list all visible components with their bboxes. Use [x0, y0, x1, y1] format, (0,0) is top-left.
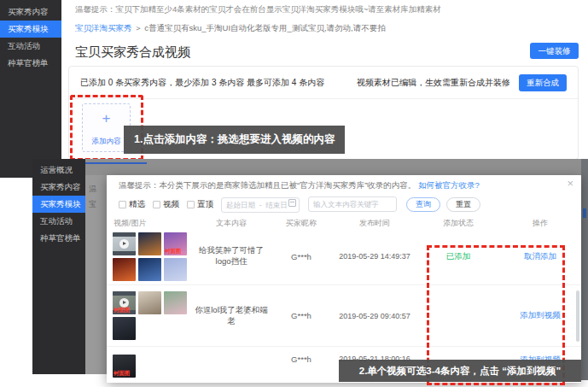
- reset-button[interactable]: 重置: [446, 197, 480, 212]
- breadcrumb: 宝贝洋淘买家秀 ＞ c普通宝贝有sku_手淘UI自动化老版专用_测试宝贝,请勿动…: [75, 23, 386, 34]
- close-icon[interactable]: ×: [567, 178, 573, 189]
- filter-video[interactable]: 视频: [153, 199, 179, 210]
- content-picker-modal: × 温馨提示：本分类下展示的是商家筛选加精且已被“官方洋淘买家秀库”收录的内容。…: [107, 175, 581, 383]
- row-publish-time: 2019-05-29 09:40:57: [332, 312, 417, 320]
- w2-sidebar-item-buyer-show-module[interactable]: 买家秀模块: [32, 196, 85, 213]
- image-thumbnail[interactable]: [113, 317, 136, 340]
- image-thumbnail[interactable]: [113, 258, 136, 281]
- page-title: 宝贝买家秀合成视频: [75, 44, 190, 61]
- card-header: 已添加 0 条买家秀内容，最少添加 3 条内容 最多可添加 4 条内容 视频素材…: [69, 67, 578, 99]
- cover-badge: 封面图: [114, 308, 130, 314]
- w1-sidebar: 买家秀内容 买家秀模块 互动活动 种草官榜单: [0, 0, 61, 178]
- w2-ghost-text: 温: [89, 184, 96, 195]
- modal-scrollbar[interactable]: [576, 290, 579, 342]
- tutorial-tooltip-1: 1.点击添加内容：挑选想要进入视频的内容: [124, 126, 345, 154]
- w2-sidebar: 运营概况 买家秀内容 买家秀模块 互动活动 种草官榜单: [32, 159, 85, 374]
- filter-featured-label: 精选: [129, 199, 145, 210]
- w2-dimmed-right-strip: [581, 159, 588, 380]
- row-text: 给我笑肿了可惜了logo挡住: [192, 245, 271, 267]
- row-nickname: G***h: [271, 252, 332, 261]
- calendar-icon: [288, 199, 296, 207]
- sidebar-item-buyer-show-module[interactable]: 买家秀模块: [0, 21, 61, 38]
- checkbox-icon[interactable]: [187, 201, 195, 208]
- how-to-be-included-link[interactable]: 如何被官方收录?: [418, 180, 480, 190]
- image-thumbnail[interactable]: [138, 291, 161, 314]
- cover-badge: 封面图: [114, 372, 130, 377]
- w2-active-tab-underline: [85, 162, 147, 164]
- video-thumbnail[interactable]: 封面图: [113, 291, 136, 314]
- thumbnail-grid: 封面图: [113, 232, 189, 281]
- image-thumbnail[interactable]: [164, 291, 187, 314]
- breadcrumb-link[interactable]: 宝贝洋淘买家秀: [75, 23, 132, 32]
- filter-pinned[interactable]: 置顶: [187, 199, 213, 210]
- one-key-decorate-button[interactable]: 一键装修: [530, 43, 579, 59]
- row-text: [192, 347, 271, 355]
- w2-dimmed-blue-mark: [583, 208, 586, 218]
- cover-badge: 封面图: [165, 249, 181, 254]
- video-thumbnail[interactable]: [113, 232, 136, 255]
- image-thumbnail[interactable]: [164, 258, 187, 281]
- image-thumbnail[interactable]: 封面图: [164, 232, 187, 255]
- keyword-search-input[interactable]: [308, 196, 397, 212]
- image-thumbnail[interactable]: [138, 232, 161, 255]
- w2-sidebar-item-interactive-activity[interactable]: 互动活动: [32, 213, 85, 230]
- row-publish-time: 2019-05-29 14:49:37: [332, 252, 417, 261]
- modal-tip: 温馨提示：本分类下展示的是商家筛选加精且已被“官方洋淘买家秀库”收录的内容。 如…: [119, 180, 480, 191]
- sidebar-item-grass-ranking[interactable]: 种草官榜单: [0, 55, 61, 72]
- filter-featured[interactable]: 精选: [119, 199, 145, 210]
- w2-sidebar-item-buyer-show-content[interactable]: 买家秀内容: [32, 179, 85, 196]
- modal-tip-text: 温馨提示：本分类下展示的是商家筛选加精且已被“官方洋淘买家秀库”收录的内容。: [119, 180, 416, 190]
- w2-dimmed-header: [85, 159, 588, 175]
- thumbnail-grid: 封面图: [113, 355, 189, 378]
- thumbnail-grid: 封面图: [113, 291, 189, 340]
- sidebar-item-interactive-activity[interactable]: 互动活动: [0, 38, 61, 55]
- filter-video-label: 视频: [163, 199, 179, 210]
- sidebar-item-buyer-show-content[interactable]: 买家秀内容: [0, 3, 61, 21]
- play-icon: [119, 298, 129, 308]
- filter-pinned-label: 置顶: [197, 199, 213, 210]
- breadcrumb-separator: ＞: [134, 23, 143, 32]
- row-nickname: G***h: [271, 311, 332, 320]
- w2-ghost-text: 宝: [89, 199, 96, 210]
- regenerate-button[interactable]: 重新合成: [519, 74, 567, 91]
- tutorial-tooltip-2: 2.单个视频可选3-4条内容，点击 “添加到视频”: [339, 360, 581, 382]
- breadcrumb-current: c普通宝贝有sku_手淘UI自动化老版专用_测试宝贝,请勿动,请不要拍: [144, 23, 385, 32]
- filter-toolbar: 精选 视频 置顶 查询 重置: [119, 196, 486, 212]
- play-icon: [119, 239, 129, 249]
- added-count-text: 已添加 0 条买家秀内容，最少添加 3 条内容 最多可添加 4 条内容: [80, 77, 324, 89]
- row-nickname: G***h: [271, 347, 332, 364]
- image-thumbnail[interactable]: [138, 258, 161, 281]
- w1-warm-tip: 温馨提示：宝贝下加精至少4条素材的宝贝才会在前台显示宝贝洋淘买家秀模块哦~请至素…: [75, 4, 441, 15]
- image-thumbnail[interactable]: 封面图: [113, 355, 136, 378]
- regen-hint-text: 视频素材已编辑，生效需重新合成并装修: [357, 77, 510, 89]
- row-text: 你逗lol我了老婆和端老: [192, 305, 271, 327]
- w2-dimmed-content-strip: 温 宝: [85, 175, 107, 374]
- checkbox-icon[interactable]: [153, 201, 160, 208]
- screenshot-stage: 买家秀内容 买家秀模块 互动活动 种草官榜单 温馨提示：宝贝下加精至少4条素材的…: [0, 0, 588, 387]
- checkbox-icon[interactable]: [119, 201, 126, 208]
- query-button[interactable]: 查询: [406, 197, 440, 212]
- w2-sidebar-item-grass-ranking[interactable]: 种草官榜单: [32, 230, 85, 247]
- w2-sidebar-item-overview[interactable]: 运营概况: [32, 161, 85, 179]
